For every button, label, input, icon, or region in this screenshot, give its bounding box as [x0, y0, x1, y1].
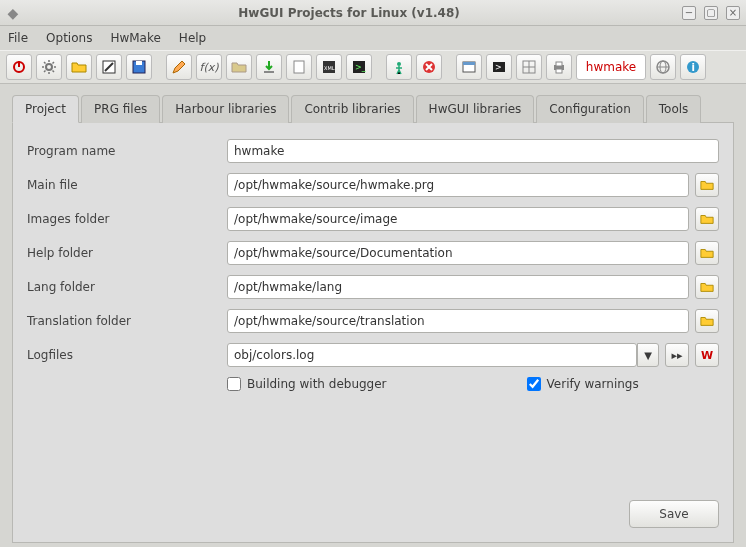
svg-rect-15 [463, 62, 475, 65]
toolbar: f(x) XML >_ > hwmake i [0, 50, 746, 84]
menu-help[interactable]: Help [179, 31, 206, 45]
globe-icon[interactable] [650, 54, 676, 80]
logfiles-dropdown-button[interactable]: ▼ [637, 343, 659, 367]
error-icon[interactable] [416, 54, 442, 80]
svg-rect-23 [556, 69, 562, 73]
brand-label[interactable]: hwmake [576, 54, 646, 80]
menu-options[interactable]: Options [46, 31, 92, 45]
svg-rect-22 [556, 62, 562, 66]
fx-icon[interactable]: f(x) [196, 54, 222, 80]
window-title: HwGUI Projects for Linux (v1.48) [24, 6, 674, 20]
save-icon[interactable] [126, 54, 152, 80]
svg-text:>: > [495, 63, 502, 72]
titlebar: ◆ HwGUI Projects for Linux (v1.48) − ▢ × [0, 0, 746, 26]
main-file-input[interactable] [227, 173, 689, 197]
images-folder-label: Images folder [27, 212, 227, 226]
warnings-checkbox[interactable] [527, 377, 541, 391]
translation-folder-browse-button[interactable] [695, 309, 719, 333]
info-icon[interactable]: i [680, 54, 706, 80]
translation-folder-label: Translation folder [27, 314, 227, 328]
menubar: File Options HwMake Help [0, 26, 746, 50]
tab-hwgui-libraries[interactable]: HwGUI libraries [416, 95, 535, 123]
window-icon[interactable] [456, 54, 482, 80]
lang-folder-input[interactable] [227, 275, 689, 299]
debugger-label: Building with debugger [247, 377, 387, 391]
close-icon[interactable]: × [726, 6, 740, 20]
help-folder-label: Help folder [27, 246, 227, 260]
lang-folder-browse-button[interactable] [695, 275, 719, 299]
svg-text:>_: >_ [355, 63, 367, 72]
help-folder-input[interactable] [227, 241, 689, 265]
lang-folder-label: Lang folder [27, 280, 227, 294]
debugger-checkbox[interactable] [227, 377, 241, 391]
svg-point-12 [397, 62, 401, 66]
images-folder-input[interactable] [227, 207, 689, 231]
pencil-icon[interactable] [166, 54, 192, 80]
tab-contrib-libraries[interactable]: Contrib libraries [291, 95, 413, 123]
terminal-icon[interactable]: >_ [346, 54, 372, 80]
main-file-browse-button[interactable] [695, 173, 719, 197]
gear-icon[interactable] [36, 54, 62, 80]
maximize-icon[interactable]: ▢ [704, 6, 718, 20]
document-icon[interactable] [286, 54, 312, 80]
download-icon[interactable] [256, 54, 282, 80]
logfiles-label: Logfiles [27, 348, 227, 362]
minimize-icon[interactable]: − [682, 6, 696, 20]
program-name-input[interactable] [227, 139, 719, 163]
tab-tools[interactable]: Tools [646, 95, 702, 123]
menu-hwmake[interactable]: HwMake [110, 31, 160, 45]
grid-icon[interactable] [516, 54, 542, 80]
console-icon[interactable]: > [486, 54, 512, 80]
svg-point-2 [46, 64, 52, 70]
tab-project[interactable]: Project [12, 95, 79, 123]
logfiles-input[interactable] [227, 343, 637, 367]
svg-text:i: i [692, 62, 695, 73]
print-icon[interactable] [546, 54, 572, 80]
tab-prg-files[interactable]: PRG files [81, 95, 160, 123]
warnings-label: Verify warnings [547, 377, 639, 391]
tab-bar: Project PRG files Harbour libraries Cont… [12, 94, 734, 123]
app-icon: ◆ [6, 6, 20, 20]
translation-folder-input[interactable] [227, 309, 689, 333]
program-name-label: Program name [27, 144, 227, 158]
edit-icon[interactable] [96, 54, 122, 80]
folder-open-icon[interactable] [66, 54, 92, 80]
images-folder-browse-button[interactable] [695, 207, 719, 231]
save-button[interactable]: Save [629, 500, 719, 528]
xml-icon[interactable]: XML [316, 54, 342, 80]
menu-file[interactable]: File [8, 31, 28, 45]
svg-text:XML: XML [324, 65, 335, 71]
power-icon[interactable] [6, 54, 32, 80]
project-panel: Program name Main file Images folder Hel… [12, 123, 734, 543]
help-folder-browse-button[interactable] [695, 241, 719, 265]
logfiles-w-button[interactable]: W [695, 343, 719, 367]
svg-rect-6 [264, 71, 274, 73]
run-icon[interactable] [386, 54, 412, 80]
tab-harbour-libraries[interactable]: Harbour libraries [162, 95, 289, 123]
svg-rect-7 [294, 61, 304, 73]
main-area: Project PRG files Harbour libraries Cont… [0, 84, 746, 547]
svg-rect-5 [136, 61, 142, 65]
main-file-label: Main file [27, 178, 227, 192]
tab-configuration[interactable]: Configuration [536, 95, 643, 123]
folder-icon[interactable] [226, 54, 252, 80]
logfiles-next-button[interactable]: ▸▸ [665, 343, 689, 367]
